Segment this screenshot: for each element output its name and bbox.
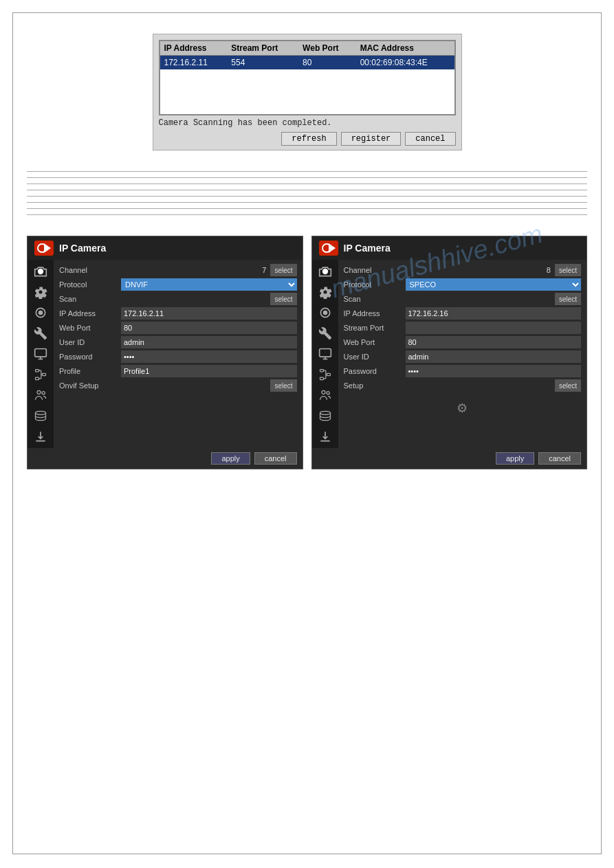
col-ip: IP Address <box>160 41 228 56</box>
sidebar-storage-icon[interactable] <box>30 407 51 425</box>
rules-section <box>27 171 587 215</box>
sidebar-storage-icon-2[interactable] <box>315 407 336 425</box>
userid-input-1[interactable] <box>121 336 297 348</box>
hr-5 <box>27 196 587 197</box>
sidebar-users-icon[interactable] <box>30 386 51 404</box>
svg-rect-16 <box>327 373 330 375</box>
sidebar-settings-icon[interactable] <box>30 283 51 301</box>
ip-row-2: IP Address <box>344 307 582 320</box>
scanner-table-wrap: IP Address Stream Port Web Port MAC Addr… <box>159 40 456 115</box>
scanner-buttons: refresh register cancel <box>153 129 461 150</box>
sidebar-settings-icon-2[interactable] <box>315 283 336 301</box>
svg-point-19 <box>320 411 330 414</box>
sidebar-display-icon-2[interactable] <box>315 345 336 363</box>
cancel-button[interactable]: cancel <box>405 132 455 146</box>
sidebar-network-icon[interactable] <box>30 366 51 383</box>
protocol-select-1[interactable]: DNVIF <box>121 278 297 291</box>
webport-row-1: Web Port <box>59 322 297 334</box>
register-button[interactable]: register <box>341 132 402 146</box>
scan-label-2: Scan <box>344 295 406 303</box>
sidebar-users-icon-2[interactable] <box>315 386 336 404</box>
sidebar-tools-icon[interactable] <box>30 324 51 342</box>
col-stream-port: Stream Port <box>227 41 298 56</box>
onvif-row-1: Onvif Setup select <box>59 379 297 392</box>
scan-select-1[interactable]: select <box>270 293 296 305</box>
table-row[interactable]: 172.16.2.11 554 80 00:02:69:08:43:4E <box>160 56 454 70</box>
sidebar-download-icon[interactable] <box>30 427 51 445</box>
svg-point-18 <box>327 392 329 394</box>
sidebar-camera-icon-2[interactable] <box>315 263 336 280</box>
channel-value-2: 8 <box>406 266 553 274</box>
webport-input-1[interactable] <box>121 322 297 334</box>
panel2-apply[interactable]: apply <box>496 452 534 465</box>
refresh-button[interactable]: refresh <box>281 132 336 146</box>
channel-select-2[interactable]: select <box>555 264 581 276</box>
panel2-body: Channel 8 select Protocol SPECO Scan sel… <box>312 260 587 448</box>
channel-row-2: Channel 8 select <box>344 264 582 276</box>
hr-6 <box>27 202 587 203</box>
password-input-2[interactable] <box>406 365 582 377</box>
password-row-2: Password <box>344 365 582 377</box>
svg-point-12 <box>322 311 327 315</box>
webport-label-1: Web Port <box>59 324 121 332</box>
userid-row-2: User ID <box>344 350 582 363</box>
page-outer: IP Address Stream Port Web Port MAC Addr… <box>12 12 602 854</box>
sidebar-network-icon-2[interactable] <box>315 366 336 383</box>
sidebar-download-icon-2[interactable] <box>315 427 336 445</box>
password-row-1: Password <box>59 350 297 363</box>
scanner-table: IP Address Stream Port Web Port MAC Addr… <box>160 41 454 114</box>
camera-panel-1: IP Camera <box>27 236 303 469</box>
camera-panel-2: IP Camera <box>311 236 588 469</box>
svg-rect-5 <box>36 377 39 379</box>
channel-select-1[interactable]: select <box>270 264 296 276</box>
streamport-label-2: Stream Port <box>344 324 406 332</box>
panel2-form: Channel 8 select Protocol SPECO Scan sel… <box>338 260 587 448</box>
userid-label-1: User ID <box>59 338 121 346</box>
panel1-title: IP Camera <box>59 243 106 254</box>
spinner-2: ⚙ <box>344 394 582 423</box>
panel1-cancel[interactable]: cancel <box>254 452 297 465</box>
panel2-title: IP Camera <box>344 243 391 254</box>
userid-row-1: User ID <box>59 336 297 348</box>
ip-label-1: IP Address <box>59 309 121 318</box>
panel1-apply[interactable]: apply <box>211 452 250 465</box>
sidebar-display-icon[interactable] <box>30 345 51 363</box>
sidebar-record-icon[interactable] <box>30 304 51 322</box>
sidebar-camera-icon[interactable] <box>30 263 51 280</box>
panel1-sidebar <box>28 260 54 448</box>
sidebar-record-icon-2[interactable] <box>315 304 336 322</box>
setup-row-2: Setup select <box>344 379 582 392</box>
panel1-body: Channel 7 select Protocol DNVIF Scan sel… <box>28 260 303 448</box>
svg-rect-4 <box>36 370 39 372</box>
onvif-select-1[interactable]: select <box>270 379 296 392</box>
streamport-input-2[interactable] <box>406 322 582 334</box>
svg-point-10 <box>322 269 327 274</box>
profile-input-1[interactable] <box>121 365 297 377</box>
scanner-table-body: 172.16.2.11 554 80 00:02:69:08:43:4E <box>160 56 454 115</box>
setup-select-2[interactable]: select <box>555 379 581 392</box>
camera-icon-1 <box>34 241 54 256</box>
scanner-dialog: IP Address Stream Port Web Port MAC Addr… <box>153 34 462 151</box>
hr-8 <box>27 214 587 215</box>
password-input-1[interactable] <box>121 350 297 363</box>
camera-icon-2 <box>319 241 338 256</box>
svg-rect-15 <box>320 377 323 379</box>
ip-input-2[interactable] <box>406 307 582 320</box>
cell-mac: 00:02:69:08:43:4E <box>356 56 454 70</box>
protocol-select-2[interactable]: SPECO <box>406 278 582 291</box>
scan-select-2[interactable]: select <box>555 293 581 305</box>
sidebar-tools-icon-2[interactable] <box>315 324 336 342</box>
svg-rect-14 <box>320 370 323 372</box>
profile-row-1: Profile <box>59 365 297 377</box>
userid-input-2[interactable] <box>406 350 582 363</box>
webport-row-2: Web Port <box>344 336 582 348</box>
hr-4 <box>27 190 587 190</box>
ip-input-1[interactable] <box>121 307 297 320</box>
hr-1 <box>27 171 587 172</box>
svg-point-17 <box>322 390 325 394</box>
channel-value-1: 7 <box>121 266 269 274</box>
protocol-label-1: Protocol <box>59 280 121 289</box>
panel2-cancel[interactable]: cancel <box>538 452 581 465</box>
webport-input-2[interactable] <box>406 336 582 348</box>
svg-rect-6 <box>43 373 46 375</box>
